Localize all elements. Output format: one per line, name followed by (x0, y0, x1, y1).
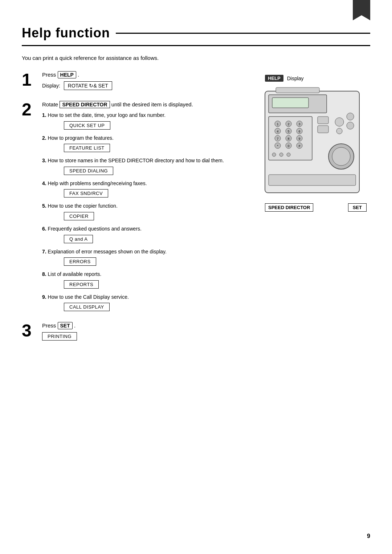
set-key: SET (58, 322, 73, 329)
item-desc: How to program the features. (48, 135, 114, 141)
svg-point-35 (347, 113, 354, 120)
step1-press-line: Press HELP . (42, 71, 247, 78)
menu-box: FEATURE LIST (64, 144, 110, 152)
step1-display-value: ROTATE ↻& SET (64, 81, 112, 90)
menu-box: QUICK SET UP (64, 121, 110, 130)
item-desc: List of available reports. (48, 271, 102, 277)
item-number: 8. (42, 271, 46, 277)
speed-director-label: SPEED DIRECTOR (265, 203, 313, 212)
title-section: Help function (22, 25, 370, 46)
menu-box: CALL DISPLAY (64, 303, 110, 311)
item-desc: How to set the date, time, your logo and… (48, 112, 166, 118)
list-item: 1. How to set the date, time, your logo … (42, 112, 247, 131)
item-desc: Frequently asked questions and answers. (48, 226, 142, 232)
page-title: Help function (22, 25, 110, 41)
left-column: 1 Press HELP . Display: ROTATE ↻& SET 2 (22, 71, 247, 342)
intro-text: You can print a quick reference for assi… (22, 55, 370, 61)
page-number: 9 (367, 533, 370, 539)
item-desc: Help with problems sending/receiving fax… (48, 180, 147, 186)
svg-text:3: 3 (298, 122, 300, 126)
step2-number: 2 (22, 101, 36, 316)
step2-until-text: until the desired item is displayed. (111, 101, 193, 107)
svg-text:0: 0 (287, 144, 289, 148)
svg-text:5: 5 (287, 130, 289, 133)
step3-press-line: Press SET . (42, 322, 247, 329)
item-number: 4. (42, 180, 46, 186)
device-section: HELP Display 1 2 3 (261, 75, 370, 212)
menu-box: ERRORS (64, 257, 96, 266)
item-text: 1. How to set the date, time, your logo … (42, 112, 247, 119)
item-number: 5. (42, 203, 46, 209)
set-label: SET (348, 203, 367, 212)
help-display-row: HELP Display (265, 75, 370, 82)
device-illustration: 1 2 3 4 5 6 7 8 9 * (261, 84, 363, 200)
svg-point-29 (279, 153, 283, 156)
svg-text:2: 2 (287, 122, 289, 126)
step1-display-line: Display: ROTATE ↻& SET (42, 81, 247, 90)
item-number: 6. (42, 226, 46, 232)
list-item: 4. Help with problems sending/receiving … (42, 180, 247, 199)
help-badge: HELP (265, 75, 283, 82)
main-layout: 1 Press HELP . Display: ROTATE ↻& SET 2 (22, 71, 370, 342)
svg-text:4: 4 (277, 130, 278, 133)
svg-point-38 (332, 147, 350, 166)
item-desc: How to store names in the SPEED DIRECTOR… (48, 158, 224, 163)
svg-text:#: # (298, 144, 300, 148)
step1-display-label: Display: (42, 83, 60, 89)
svg-rect-2 (272, 98, 309, 108)
step2-rotate-text: Rotate (42, 101, 58, 107)
list-item: 3. How to store names in the SPEED DIREC… (42, 157, 247, 176)
item-number: 9. (42, 294, 46, 300)
menu-box: FAX SND/RCV (64, 189, 108, 197)
right-column: HELP Display 1 2 3 (261, 71, 370, 342)
list-item: 9. How to use the Call Display service. … (42, 294, 247, 313)
item-number: 3. (42, 158, 46, 163)
help-key: HELP (58, 71, 76, 78)
item-number: 2. (42, 135, 46, 141)
svg-rect-32 (318, 126, 328, 133)
item-desc: How to use the copier function. (48, 203, 118, 209)
list-item: 8. List of available reports. REPORTS (42, 271, 247, 290)
step3-content: Press SET . PRINTING (42, 322, 247, 342)
step3-number: 3 (22, 322, 36, 342)
item-text: 2. How to program the features. (42, 135, 247, 142)
step2: 2 Rotate SPEED DIRECTOR until the desire… (22, 101, 247, 316)
step2-items: 1. How to set the date, time, your logo … (42, 112, 247, 313)
step3-period: . (74, 322, 75, 329)
svg-point-30 (287, 153, 290, 156)
step3: 3 Press SET . PRINTING (22, 322, 247, 342)
svg-rect-40 (276, 87, 319, 93)
svg-rect-39 (269, 175, 356, 186)
list-item: 5. How to use the copier function. COPIE… (42, 203, 247, 222)
svg-rect-31 (318, 117, 328, 124)
item-text: 6. Frequently asked questions and answer… (42, 225, 247, 233)
menu-box: COPIER (64, 212, 94, 220)
step1-number: 1 (22, 71, 36, 95)
step3-press-text: Press (42, 322, 56, 329)
bookmark-icon (353, 0, 370, 20)
menu-box: SPEED DIALING (64, 167, 113, 175)
step1: 1 Press HELP . Display: ROTATE ↻& SET (22, 71, 247, 95)
menu-box: REPORTS (64, 280, 99, 289)
menu-box: Q and A (64, 235, 93, 243)
device-display-label: Display (287, 76, 304, 81)
item-desc: Explanation of error messages shown on t… (48, 249, 167, 254)
list-item: 7. Explanation of error messages shown o… (42, 248, 247, 268)
title-rule (116, 33, 370, 34)
speed-director-key: SPEED DIRECTOR (60, 101, 110, 108)
item-text: 4. Help with problems sending/receiving … (42, 180, 247, 187)
item-text: 9. How to use the Call Display service. (42, 294, 247, 301)
svg-text:7: 7 (277, 137, 278, 140)
step1-content: Press HELP . Display: ROTATE ↻& SET (42, 71, 247, 95)
step1-period: . (78, 72, 79, 78)
item-text: 3. How to store names in the SPEED DIREC… (42, 157, 247, 164)
item-text: 7. Explanation of error messages shown o… (42, 248, 247, 256)
svg-text:8: 8 (287, 137, 289, 140)
svg-point-33 (335, 118, 344, 126)
item-number: 7. (42, 249, 46, 254)
step1-press-text: Press (42, 72, 56, 78)
item-text: 8. List of available reports. (42, 271, 247, 278)
step2-content: Rotate SPEED DIRECTOR until the desired … (42, 101, 247, 316)
svg-text:1: 1 (277, 122, 278, 126)
step2-rotate-line: Rotate SPEED DIRECTOR until the desired … (42, 101, 247, 108)
